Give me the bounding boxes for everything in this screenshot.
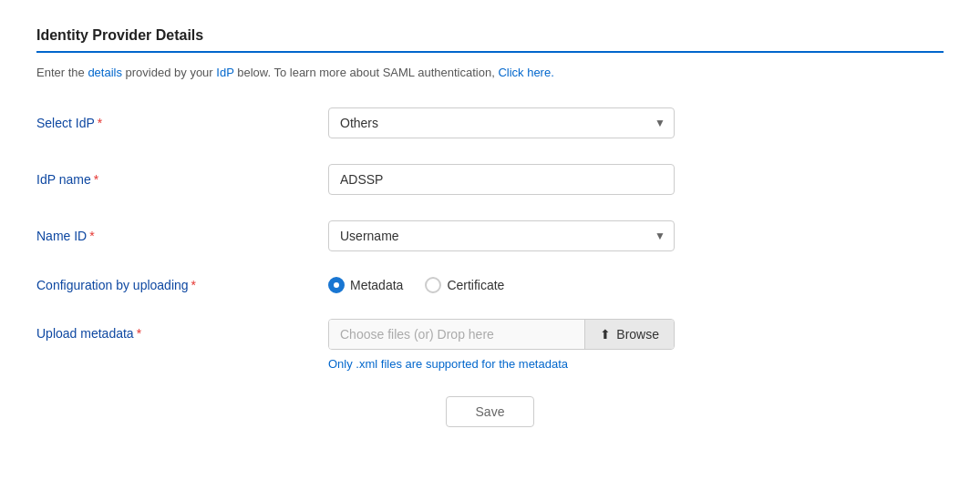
- name-id-label: Name ID*: [36, 229, 328, 243]
- certificate-radio[interactable]: [425, 277, 441, 293]
- select-idp-wrapper: Others Okta Azure AD Google OneLogin ▼: [328, 107, 675, 138]
- browse-label: Browse: [616, 327, 659, 342]
- configuration-control: Metadata Certificate: [328, 277, 675, 293]
- select-idp-label: Select IdP*: [36, 116, 328, 130]
- select-idp-control: Others Okta Azure AD Google OneLogin ▼: [328, 107, 675, 138]
- description: Enter the details provided by your IdP b…: [36, 64, 944, 82]
- details-highlight: details: [88, 66, 122, 79]
- save-button[interactable]: Save: [446, 396, 535, 427]
- configuration-row: Configuration by uploading* Metadata Cer…: [36, 277, 944, 293]
- idp-name-input[interactable]: [328, 164, 675, 195]
- metadata-radio[interactable]: [328, 277, 345, 293]
- upload-placeholder: Choose files (or) Drop here: [329, 320, 584, 349]
- configuration-radio-group: Metadata Certificate: [328, 277, 675, 293]
- certificate-label: Certificate: [447, 278, 504, 292]
- name-id-row: Name ID* Username Email Persistent Trans…: [36, 220, 944, 251]
- save-row: Save: [36, 396, 944, 427]
- certificate-option[interactable]: Certificate: [425, 277, 504, 293]
- metadata-option[interactable]: Metadata: [328, 277, 403, 293]
- name-id-input[interactable]: Username Email Persistent Transient: [328, 220, 675, 251]
- select-idp-row: Select IdP* Others Okta Azure AD Google …: [36, 107, 944, 138]
- upload-icon: ⬆: [600, 327, 611, 342]
- idp-name-control: [328, 164, 675, 195]
- upload-section: Choose files (or) Drop here ⬆ Browse Onl…: [328, 319, 675, 371]
- browse-button[interactable]: ⬆ Browse: [584, 320, 674, 349]
- name-id-wrapper: Username Email Persistent Transient ▼: [328, 220, 675, 251]
- configuration-label: Configuration by uploading*: [36, 278, 328, 292]
- upload-metadata-label: Upload metadata*: [36, 319, 328, 341]
- upload-input-row: Choose files (or) Drop here ⬆ Browse: [328, 319, 675, 350]
- idp-name-row: IdP name*: [36, 164, 944, 195]
- select-idp-input[interactable]: Others Okta Azure AD Google OneLogin: [328, 107, 675, 138]
- upload-note: Only .xml files are supported for the me…: [328, 357, 675, 371]
- name-id-control: Username Email Persistent Transient ▼: [328, 220, 675, 251]
- section-title: Identity Provider Details: [36, 27, 944, 53]
- click-here-link[interactable]: Click here.: [498, 66, 553, 79]
- upload-metadata-control: Choose files (or) Drop here ⬆ Browse Onl…: [328, 319, 675, 371]
- upload-metadata-row: Upload metadata* Choose files (or) Drop …: [36, 319, 944, 371]
- idp-name-label: IdP name*: [36, 172, 328, 187]
- metadata-label: Metadata: [350, 278, 403, 292]
- idp-highlight: IdP: [216, 66, 233, 79]
